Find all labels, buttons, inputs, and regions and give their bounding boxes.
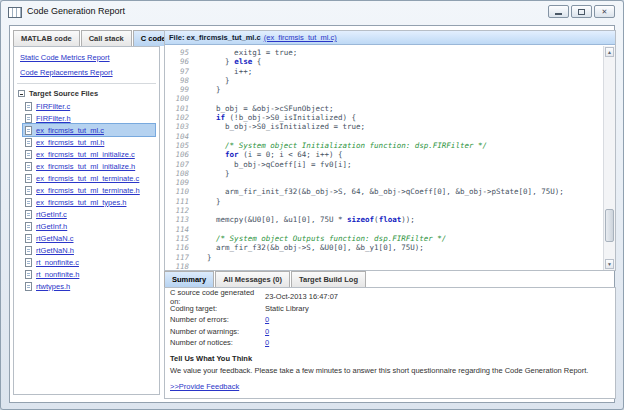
code-line: 105 /* System object Initialization func…	[165, 141, 603, 150]
code-text: } else {	[198, 57, 261, 66]
code-area[interactable]: 95 exitg1 = true;96 } else {97 i++;98 }9…	[165, 46, 603, 270]
collapse-expander-icon[interactable]	[18, 90, 25, 97]
tree-item-label: ex_fircmsis_tut_ml_terminate.h	[36, 186, 140, 195]
tab-call-stack[interactable]: Call stack	[81, 30, 132, 46]
code-text: for (i = 0; i < 64; i++) {	[198, 150, 343, 159]
tree-item-label: ex_fircmsis_tut_ml_initialize.c	[36, 150, 135, 159]
scroll-up-button[interactable]: ▲	[605, 47, 614, 57]
target-source-files-header[interactable]: Target Source Files	[18, 89, 155, 98]
line-number: 97	[165, 67, 189, 76]
code-text: }	[198, 85, 221, 94]
line-number: 116	[165, 243, 189, 252]
scroll-down-button[interactable]: ▼	[605, 259, 614, 269]
code-text: }	[198, 253, 212, 262]
line-number: 99	[165, 85, 189, 94]
summary-panel: C source code generated on:23-Oct-2013 1…	[164, 287, 616, 399]
provide-feedback-link[interactable]: >>Provide Feedback	[170, 382, 239, 391]
code-line: 100	[165, 94, 603, 103]
code-line: 118	[165, 262, 603, 270]
code-line: 110 arm_fir_init_f32(&b_obj->S, 64, &b_o…	[165, 187, 603, 196]
tree-item-label: rtGetNaN.c	[36, 234, 74, 243]
line-number: 98	[165, 76, 189, 85]
tree-item-label: rtGetInf.c	[36, 210, 67, 219]
file-icon	[25, 114, 32, 123]
line-number: 108	[165, 169, 189, 178]
code-line: 112	[165, 206, 603, 215]
tree-item-label: rtGetInf.h	[36, 222, 67, 231]
line-number: 106	[165, 150, 189, 159]
summary-label: Number of notices:	[170, 338, 265, 347]
code-text: }	[198, 169, 230, 178]
summary-value[interactable]: 0	[265, 338, 269, 347]
tab-matlab-code[interactable]: MATLAB code	[13, 30, 80, 46]
tab-all-messages-0[interactable]: All Messages (0)	[215, 271, 290, 287]
message-tabs: SummaryAll Messages (0)Target Build Log	[164, 271, 367, 287]
code-text: b_obj->qCoeff[i] = fv0[i];	[198, 160, 352, 169]
file-header: File: ex_fircmsis_tut_ml.c (ex_fircmsis_…	[165, 31, 615, 45]
tree-item-rtgetnan-c[interactable]: rtGetNaN.c	[23, 232, 155, 244]
line-number: 113	[165, 215, 189, 224]
tree-item-ex-fircmsis-tut-ml-terminate-c[interactable]: ex_fircmsis_tut_ml_terminate.c	[23, 172, 155, 184]
file-header-link[interactable]: (ex_fircmsis_tut_ml.c)	[264, 33, 337, 42]
file-icon	[25, 102, 32, 111]
minimize-button[interactable]	[548, 5, 569, 18]
code-text: exitg1 = true;	[198, 48, 297, 57]
tree-item-firfilter-c[interactable]: FIRFilter.c	[23, 100, 155, 112]
tree-item-rtgetinf-c[interactable]: rtGetInf.c	[23, 208, 155, 220]
code-text: }	[198, 197, 221, 206]
tab-target-build-log[interactable]: Target Build Log	[291, 271, 366, 287]
summary-label: Coding target:	[170, 304, 265, 313]
tree-item-rt-nonfinite-h[interactable]: rt_nonfinite.h	[23, 268, 155, 280]
tree-header-label: Target Source Files	[29, 89, 98, 98]
tree-item-ex-fircmsis-tut-ml-types-h[interactable]: ex_fircmsis_tut_ml_types.h	[23, 196, 155, 208]
feedback-section: Tell Us What You Think We value your fee…	[165, 354, 615, 393]
tree-item-ex-fircmsis-tut-ml-h[interactable]: ex_fircmsis_tut_ml.h	[23, 136, 155, 148]
summary-label: Number of warnings:	[170, 327, 265, 336]
window-titlebar[interactable]: Code Generation Report ✕	[1, 1, 623, 23]
line-number: 111	[165, 197, 189, 206]
maximize-icon	[578, 9, 585, 15]
tree-item-rtwtypes-h[interactable]: rtwtypes.h	[23, 280, 155, 292]
tree-item-ex-fircmsis-tut-ml-initialize-c[interactable]: ex_fircmsis_tut_ml_initialize.c	[23, 148, 155, 160]
tree-item-rt-nonfinite-c[interactable]: rt_nonfinite.c	[23, 256, 155, 268]
file-icon	[25, 138, 32, 147]
close-button[interactable]: ✕	[594, 5, 615, 18]
link-static-code-metrics-report[interactable]: Static Code Metrics Report	[20, 53, 153, 62]
tab-summary[interactable]: Summary	[164, 271, 214, 287]
line-number: 115	[165, 234, 189, 243]
line-number: 103	[165, 122, 189, 131]
line-number: 100	[165, 94, 189, 103]
tree-item-ex-fircmsis-tut-ml-initialize-h[interactable]: ex_fircmsis_tut_ml_initialize.h	[23, 160, 155, 172]
file-icon	[25, 174, 32, 183]
code-line: 97 i++;	[165, 67, 603, 76]
code-text: arm_fir_f32(&b_obj->S, &U0[0], &b_y1[0],…	[198, 243, 424, 252]
code-scrollbar[interactable]: ▲ ▼	[603, 46, 615, 270]
file-icon	[25, 258, 32, 267]
link-code-replacements-report[interactable]: Code Replacements Report	[20, 68, 153, 77]
code-line: 109	[165, 178, 603, 187]
code-text: i++;	[198, 67, 252, 76]
code-text: memcpy(&U0[0], &u1[0], 75U * sizeof(floa…	[198, 215, 415, 224]
file-icon	[25, 162, 32, 171]
file-icon	[25, 150, 32, 159]
tree-item-ex-fircmsis-tut-ml-terminate-h[interactable]: ex_fircmsis_tut_ml_terminate.h	[23, 184, 155, 196]
summary-value[interactable]: 0	[265, 327, 269, 336]
file-icon	[25, 222, 32, 231]
summary-value[interactable]: 0	[265, 315, 269, 324]
tree-item-rtgetnan-h[interactable]: rtGetNaN.h	[23, 244, 155, 256]
code-line: 116 arm_fir_f32(&b_obj->S, &U0[0], &b_y1…	[165, 243, 603, 252]
tree-item-ex-fircmsis-tut-ml-c[interactable]: ex_fircmsis_tut_ml.c	[23, 124, 155, 136]
scroll-thumb[interactable]	[605, 209, 614, 242]
code-text: }	[198, 76, 230, 85]
summary-row: Number of notices:0	[165, 337, 615, 349]
sidebar-tabs: MATLAB codeCall stackC code	[13, 30, 175, 46]
tree-item-label: FIRFilter.h	[36, 114, 71, 123]
app-icon	[8, 7, 22, 18]
maximize-button[interactable]	[571, 5, 592, 18]
tree-item-firfilter-h[interactable]: FIRFilter.h	[23, 112, 155, 124]
line-number: 107	[165, 160, 189, 169]
code-text: arm_fir_init_f32(&b_obj->S, 64, &b_obj->…	[198, 187, 564, 196]
tree-item-rtgetinf-h[interactable]: rtGetInf.h	[23, 220, 155, 232]
report-content: MATLAB codeCall stackC code Static Code …	[9, 25, 615, 403]
code-line: 104	[165, 132, 603, 141]
